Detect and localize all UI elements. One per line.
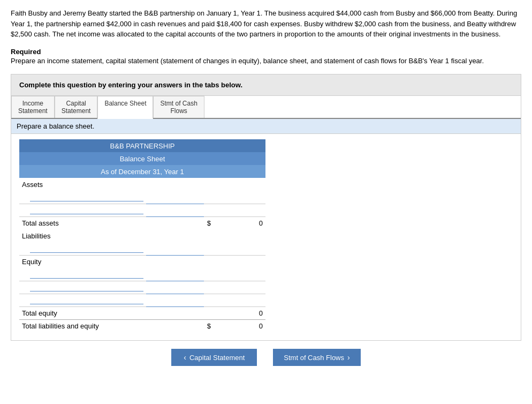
header-row-title: B&B PARTNERSHIP (19, 139, 265, 152)
liability-name-input-1[interactable] (30, 244, 143, 253)
liabilities-label-row: Liabilities (19, 229, 265, 242)
next-button[interactable]: Stmt of Cash Flows › (273, 349, 360, 366)
tabs-row: Income Statement Capital Statement Balan… (11, 96, 521, 119)
tab-capital-statement[interactable]: Capital Statement (55, 96, 98, 118)
statement-container: B&B PARTNERSHIP Balance Sheet As of Dece… (11, 134, 521, 340)
total-liabilities-equity-row: Total liabilities and equity $ 0 (19, 319, 265, 332)
header-row-subtitle: Balance Sheet (19, 152, 265, 165)
tab-balance-sheet[interactable]: Balance Sheet (97, 96, 153, 119)
required-body: Prepare an income statement, capital sta… (11, 56, 521, 66)
asset-row-1 (19, 191, 265, 204)
tab-content-header: Prepare a balance sheet. (11, 119, 521, 134)
equity-row-3 (19, 294, 265, 306)
required-label: Required (11, 48, 521, 56)
asset-row-2 (19, 204, 265, 216)
liability-row-1 (19, 242, 265, 255)
equity-label-row: Equity (19, 255, 265, 268)
next-arrow-icon: › (347, 353, 350, 362)
equity-name-input-2[interactable] (30, 283, 143, 291)
asset-name-input-1[interactable] (30, 193, 143, 201)
balance-sheet-table: B&B PARTNERSHIP Balance Sheet As of Dece… (19, 139, 265, 332)
equity-row-1 (19, 268, 265, 281)
nav-buttons: ‹ Capital Statement Stmt of Cash Flows › (11, 349, 521, 371)
asset-name-input-2[interactable] (30, 206, 143, 214)
prev-arrow-icon: ‹ (184, 353, 186, 362)
equity-name-input-1[interactable] (30, 270, 143, 279)
tab-stmt-cash-flows[interactable]: Stmt of Cash Flows (153, 96, 204, 118)
prev-button[interactable]: ‹ Capital Statement (171, 349, 257, 366)
next-button-label: Stmt of Cash Flows (284, 354, 344, 362)
tab-income-statement[interactable]: Income Statement (11, 96, 55, 118)
prev-button-label: Capital Statement (189, 354, 245, 362)
instruction-box: Complete this question by entering your … (11, 74, 521, 96)
header-row-date: As of December 31, Year 1 (19, 165, 265, 178)
total-equity-row: Total equity 0 (19, 306, 265, 319)
equity-name-input-3[interactable] (30, 296, 143, 304)
intro-paragraph: Faith Busby and Jeremy Beatty started th… (11, 8, 521, 40)
assets-label-row: Assets (19, 178, 265, 191)
total-assets-row: Total assets $ 0 (19, 216, 265, 229)
tabs-container: Income Statement Capital Statement Balan… (11, 96, 521, 341)
equity-row-2 (19, 281, 265, 294)
